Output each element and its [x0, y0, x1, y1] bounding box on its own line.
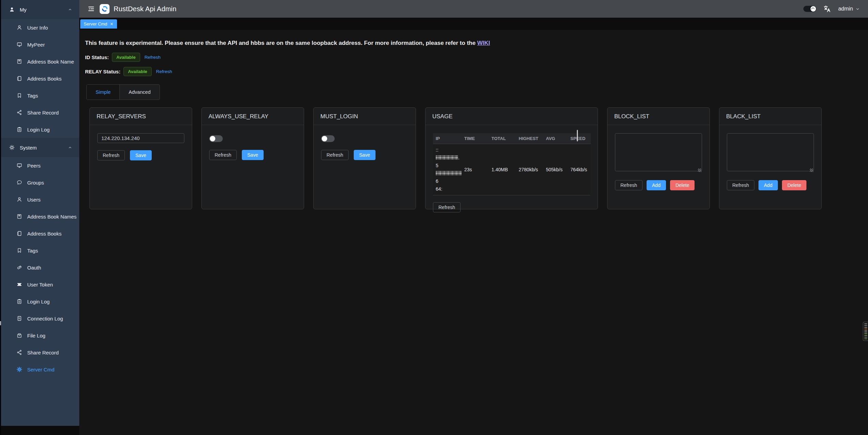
column-header: TOTAL	[489, 133, 516, 144]
sidebar-item-peers[interactable]: Peers	[0, 157, 79, 174]
refresh-button[interactable]: Refresh	[615, 180, 642, 190]
translate-icon[interactable]	[823, 5, 831, 13]
column-header: SPEED	[568, 133, 591, 144]
username: admin	[838, 6, 853, 12]
scroll-minimap[interactable]	[863, 322, 868, 341]
toggle-knob	[322, 136, 327, 141]
bookmark-icon	[16, 92, 22, 99]
user-menu[interactable]: admin	[838, 6, 860, 12]
save-button[interactable]: Save	[130, 150, 152, 160]
add-button[interactable]: Add	[647, 180, 666, 190]
delete-button[interactable]: Delete	[670, 180, 695, 190]
sidebar-item-user-info[interactable]: User Info	[0, 19, 79, 36]
book-icon	[16, 58, 22, 65]
chat-icon	[16, 179, 22, 186]
avg-cell: 505kb/s	[543, 144, 568, 195]
must-login-toggle[interactable]	[321, 135, 335, 142]
sidebar-item-label: MyPeer	[27, 42, 45, 48]
card-row: RELAY_SERVERS Refresh Save ALWAYS_USE_RE…	[89, 107, 868, 209]
sidebar-item-tags-sys[interactable]: Tags	[0, 242, 79, 259]
resize-grip[interactable]	[810, 169, 813, 172]
column-header: TIME	[462, 133, 489, 144]
tab-server-cmd[interactable]: Server Cmd	[80, 19, 117, 29]
sidebar-item-label: File Log	[27, 333, 45, 338]
sidebar-section-my[interactable]: My	[0, 0, 79, 19]
sidebar-item-tags[interactable]: Tags	[0, 87, 79, 104]
sidebar-item-groups[interactable]: Groups	[0, 174, 79, 191]
wiki-link[interactable]: WIKI	[477, 40, 490, 46]
table-scrollbar-thumb[interactable]	[577, 130, 578, 141]
relay-servers-input[interactable]	[97, 133, 184, 143]
delete-button[interactable]: Delete	[782, 180, 806, 190]
sidebar-item-server-cmd[interactable]: Server Cmd	[0, 361, 79, 378]
toggle-knob	[210, 136, 215, 141]
always-use-relay-toggle[interactable]	[209, 135, 223, 142]
block-list-textarea[interactable]	[615, 133, 702, 171]
warning-text: This feature is experimental. Please ens…	[85, 40, 477, 46]
app-title: RustDesk Api Admin	[114, 5, 177, 13]
tab-advanced[interactable]: Advanced	[120, 85, 160, 100]
total-cell: 1.40MB	[489, 144, 516, 195]
resize-grip[interactable]	[698, 169, 701, 172]
sidebar-item-oauth[interactable]: Oauth	[0, 259, 79, 276]
minimap-stripe	[864, 338, 867, 339]
relay-status-label: RELAY Status:	[85, 69, 120, 74]
refresh-button[interactable]: Refresh	[97, 150, 125, 160]
page-tab-bar: Server Cmd	[79, 18, 868, 30]
scrollbar-thumb[interactable]	[0, 321, 1, 325]
share-icon	[16, 109, 22, 116]
black-list-textarea[interactable]	[727, 133, 814, 171]
sidebar-item-share-record[interactable]: Share Record	[0, 104, 79, 121]
sidebar-item-share-record-sys[interactable]: Share Record	[0, 344, 79, 361]
refresh-button[interactable]: Refresh	[209, 150, 237, 160]
close-icon[interactable]	[110, 22, 114, 26]
moon-icon	[811, 7, 815, 12]
left-edge-scrollbar	[0, 0, 1, 435]
sidebar-item-address-book-names[interactable]: Address Book Names	[0, 208, 79, 225]
sidebar-item-address-books-sys[interactable]: Address Books	[0, 225, 79, 242]
sidebar-item-user-token[interactable]: User Token	[0, 276, 79, 293]
ip-text: .	[458, 155, 460, 160]
refresh-button[interactable]: Refresh	[433, 202, 461, 212]
sidebar-item-label: Server Cmd	[27, 367, 54, 372]
theme-toggle[interactable]	[803, 6, 816, 12]
save-button[interactable]: Save	[242, 150, 264, 160]
monitor-icon	[16, 162, 22, 169]
sidebar-item-address-books[interactable]: Address Books	[0, 70, 79, 87]
speed-cell: 764kb/s	[568, 144, 591, 195]
sidebar-section-label: My	[20, 7, 27, 13]
sidebar-item-label: Groups	[27, 180, 44, 186]
sidebar-collapse-icon[interactable]	[87, 5, 95, 13]
column-header: HIGHEST	[516, 133, 543, 144]
sidebar-item-users[interactable]: Users	[0, 191, 79, 208]
sidebar-item-login-log-sys[interactable]: Login Log	[0, 293, 79, 310]
save-button[interactable]: Save	[354, 150, 375, 160]
sidebar-item-mypeer[interactable]: MyPeer	[0, 36, 79, 53]
sidebar-item-file-log[interactable]: File Log	[0, 327, 79, 344]
ip-text: 64:	[436, 186, 442, 192]
add-button[interactable]: Add	[758, 180, 778, 190]
refresh-button[interactable]: Refresh	[727, 180, 754, 190]
id-status-badge: Available	[112, 53, 140, 62]
sidebar-item-address-book-name[interactable]: Address Book Name	[0, 53, 79, 70]
id-status-refresh-link[interactable]: Refresh	[145, 55, 161, 60]
ip-text: 6	[436, 178, 438, 184]
minimap-stripe	[864, 333, 867, 334]
relay-status-refresh-link[interactable]: Refresh	[156, 69, 172, 74]
refresh-button[interactable]: Refresh	[321, 150, 349, 160]
sidebar-section-system[interactable]: System	[0, 138, 79, 157]
clipboard-icon	[16, 298, 22, 304]
minimap-stripe	[864, 327, 867, 328]
card-title: MUST_LOGIN	[314, 108, 416, 125]
sidebar-item-connection-log[interactable]: Connection Log	[0, 310, 79, 327]
toggle-knob	[811, 6, 816, 12]
minimap-stripe	[864, 337, 867, 337]
sidebar-item-login-log[interactable]: Login Log	[0, 121, 79, 138]
relay-status-badge: Available	[123, 67, 152, 76]
card-black-list: BLACK_LIST Refresh Add Delete	[719, 107, 822, 209]
gear-icon	[16, 366, 22, 372]
bookmark-icon	[16, 247, 22, 254]
tab-simple[interactable]: Simple	[87, 85, 120, 100]
card-block-list: BLOCK_LIST Refresh Add Delete	[607, 107, 710, 209]
box-icon	[16, 332, 22, 338]
